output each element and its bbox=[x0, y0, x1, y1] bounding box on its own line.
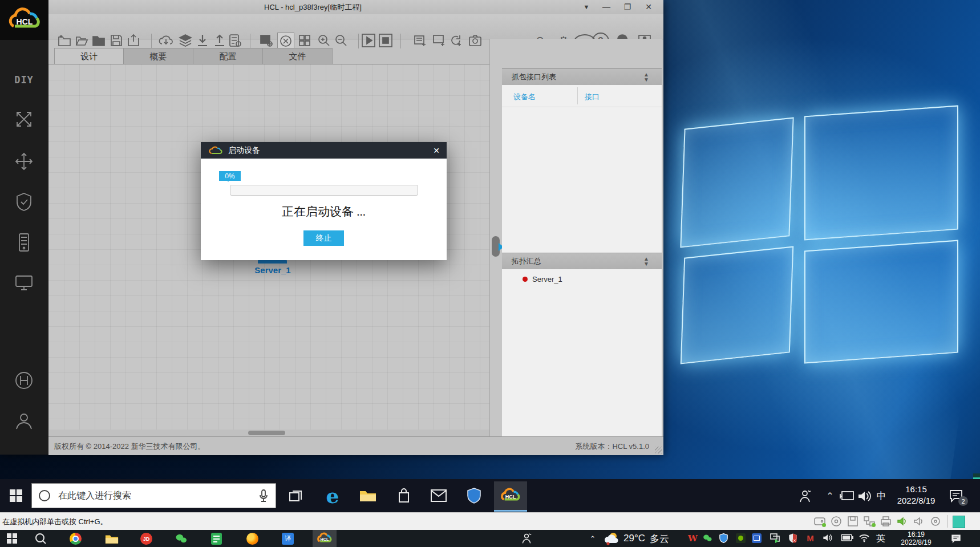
antivirus-tray-icon[interactable] bbox=[788, 533, 798, 543]
zoom-in-icon[interactable] bbox=[316, 33, 332, 48]
canvas-h-scrollbar[interactable] bbox=[48, 430, 489, 436]
battery-icon[interactable] bbox=[841, 534, 851, 544]
host-people-icon[interactable] bbox=[519, 532, 534, 545]
mic-icon[interactable] bbox=[258, 489, 269, 503]
vm-printer-icon[interactable] bbox=[880, 516, 892, 526]
device-list-icon[interactable] bbox=[227, 33, 243, 48]
server-device-icon[interactable] bbox=[10, 230, 38, 254]
topology-panel-header[interactable]: 拓扑汇总 ▲▼ bbox=[502, 253, 662, 270]
export-icon[interactable] bbox=[125, 33, 141, 48]
vm-search-box[interactable]: 在此键入进行搜索 bbox=[31, 483, 276, 508]
mail-icon[interactable] bbox=[430, 488, 448, 503]
host-tray-chevron-icon[interactable]: ⌃ bbox=[586, 532, 599, 545]
add-text-box-icon[interactable] bbox=[431, 33, 447, 48]
host-ime-indicator[interactable]: 英 bbox=[874, 532, 888, 545]
notes-app-icon[interactable] bbox=[211, 533, 222, 545]
vm-volume-icon[interactable] bbox=[856, 488, 873, 504]
host-device-icon[interactable] bbox=[10, 271, 38, 295]
server-device-label[interactable]: Server_1 bbox=[250, 265, 295, 275]
folder-icon[interactable] bbox=[91, 33, 107, 48]
host-notification-icon[interactable] bbox=[948, 532, 964, 545]
move-mode-icon[interactable] bbox=[10, 149, 38, 173]
tab-design[interactable]: 设计 bbox=[54, 48, 124, 64]
wechat-tray-icon[interactable] bbox=[703, 533, 712, 543]
edge-browser-icon[interactable]: e bbox=[322, 485, 343, 507]
maximize-button[interactable]: ❐ bbox=[619, 1, 636, 13]
cast-tray-icon[interactable] bbox=[770, 533, 780, 543]
vm-network-icon[interactable] bbox=[839, 488, 856, 504]
stop-devices-icon[interactable] bbox=[378, 33, 394, 48]
store-icon[interactable] bbox=[395, 487, 412, 504]
layers-icon[interactable] bbox=[177, 33, 193, 48]
image-settings-icon[interactable] bbox=[258, 33, 274, 48]
security-shield-tray-icon[interactable] bbox=[719, 533, 728, 543]
pin-menu-icon[interactable]: ▼ bbox=[578, 1, 595, 13]
collapse-icon[interactable]: ▲▼ bbox=[643, 72, 649, 82]
vm-network-adapter-icon[interactable] bbox=[864, 516, 875, 526]
panel-splitter[interactable] bbox=[489, 39, 503, 436]
vm-floppy-icon[interactable] bbox=[847, 516, 858, 526]
topology-device-row[interactable]: Server_1 bbox=[523, 274, 562, 284]
abort-operation-icon[interactable] bbox=[277, 33, 294, 50]
vm-usb-icon[interactable] bbox=[930, 516, 941, 526]
host-file-explorer-icon[interactable] bbox=[104, 533, 120, 545]
vm-people-icon[interactable] bbox=[796, 488, 813, 504]
vm-start-button[interactable] bbox=[5, 487, 27, 504]
vm-harddisk-icon[interactable] bbox=[814, 516, 825, 526]
vm-ime-indicator[interactable]: 中 bbox=[874, 488, 889, 503]
column-header-interface[interactable]: 接口 bbox=[585, 92, 600, 102]
docs-app-icon[interactable]: 译 bbox=[282, 533, 294, 545]
upload-icon[interactable] bbox=[212, 33, 228, 48]
sort-icon[interactable]: ▲▼ bbox=[643, 256, 649, 266]
zoom-out-icon[interactable] bbox=[333, 33, 349, 48]
grid-view-icon[interactable] bbox=[297, 33, 313, 48]
save-icon[interactable] bbox=[108, 33, 124, 48]
task-view-icon[interactable] bbox=[287, 489, 304, 504]
host-wechat-icon[interactable] bbox=[175, 532, 188, 545]
tab-file[interactable]: 文件 bbox=[262, 48, 333, 64]
host-clock[interactable]: 16:19 2022/8/19 bbox=[893, 530, 939, 546]
host-volume-icon[interactable] bbox=[823, 533, 832, 543]
file-explorer-icon[interactable] bbox=[358, 488, 378, 504]
tab-config[interactable]: 配置 bbox=[193, 48, 263, 64]
resize-grip[interactable] bbox=[655, 447, 662, 453]
column-header-device[interactable]: 设备名 bbox=[513, 92, 536, 102]
host-search-icon[interactable] bbox=[33, 532, 48, 545]
vm-sound-icon[interactable] bbox=[913, 516, 925, 526]
defender-icon[interactable] bbox=[465, 487, 483, 505]
wps-tray-icon[interactable]: W bbox=[688, 533, 698, 543]
add-note-icon[interactable] bbox=[412, 33, 428, 48]
screenshot-icon[interactable] bbox=[467, 33, 483, 48]
link-mode-icon[interactable] bbox=[10, 107, 38, 131]
open-project-icon[interactable] bbox=[74, 33, 90, 48]
vm-cdrom-icon[interactable] bbox=[831, 516, 842, 526]
mcafee-tray-icon[interactable]: M bbox=[805, 533, 815, 543]
cloud-download-icon[interactable] bbox=[158, 33, 174, 48]
user-account-icon[interactable] bbox=[10, 409, 38, 433]
host-taskbar-hcl-app[interactable]: HCL bbox=[313, 530, 337, 547]
weather-widget[interactable]: 29°C 多云 bbox=[604, 531, 669, 546]
nvidia-tray-icon[interactable] bbox=[736, 533, 746, 543]
chrome-icon[interactable] bbox=[70, 533, 82, 545]
start-devices-icon[interactable] bbox=[361, 33, 376, 48]
vm-sound-active-icon[interactable] bbox=[897, 516, 908, 526]
dialog-close-icon[interactable]: ✕ bbox=[431, 145, 442, 156]
capture-panel-header[interactable]: 抓包接口列表 ▲▼ bbox=[502, 68, 662, 86]
abort-button[interactable]: 终止 bbox=[303, 230, 344, 246]
minimize-button[interactable]: — bbox=[598, 1, 615, 13]
h-scrollbar-thumb[interactable] bbox=[248, 431, 285, 435]
add-link-icon[interactable] bbox=[448, 33, 464, 48]
firewall-device-icon[interactable] bbox=[10, 190, 38, 214]
vm-taskbar-hcl-app[interactable]: HCL bbox=[494, 481, 527, 512]
vm-clock[interactable]: 16:15 2022/8/19 bbox=[893, 484, 939, 507]
wifi-icon[interactable] bbox=[859, 533, 869, 543]
host-start-button[interactable] bbox=[5, 532, 19, 545]
tab-summary[interactable]: 概要 bbox=[123, 48, 193, 64]
vm-tray-chevron-icon[interactable]: ⌃ bbox=[823, 488, 837, 503]
h3c-help-icon[interactable] bbox=[10, 368, 38, 392]
download-icon[interactable] bbox=[195, 33, 210, 48]
screenshot-tray-icon[interactable] bbox=[752, 533, 762, 543]
vm-notification-icon[interactable]: 2 bbox=[947, 487, 965, 504]
jd-icon[interactable]: JD bbox=[140, 533, 152, 545]
close-button[interactable]: ✕ bbox=[640, 1, 657, 13]
